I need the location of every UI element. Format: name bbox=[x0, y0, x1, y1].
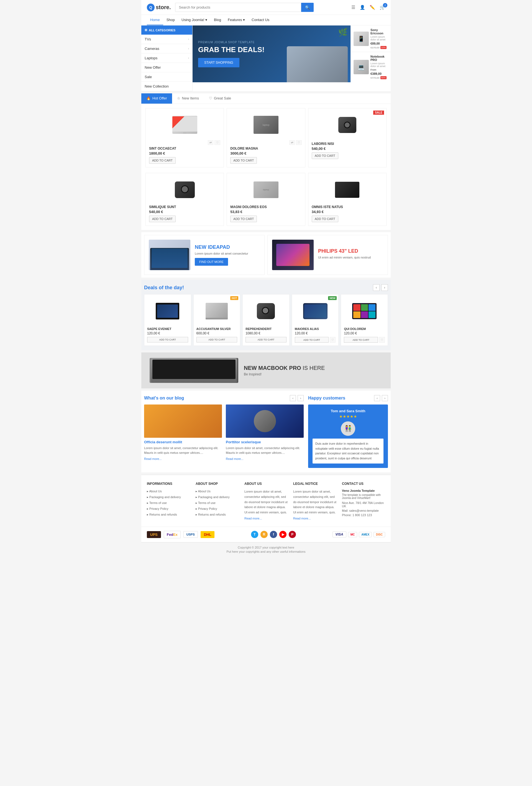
sidebar-item-laptops[interactable]: Laptops › bbox=[141, 53, 192, 63]
deal-4-fav-btn[interactable]: ♡ bbox=[330, 337, 336, 343]
product-1-wishlist-btn[interactable]: ♡ bbox=[214, 140, 220, 145]
customer-name: Tom and Sara Smith bbox=[313, 409, 384, 413]
deal-5-add-btn[interactable]: ADD TO CART bbox=[344, 337, 378, 343]
nav-features[interactable]: Features ▾ bbox=[225, 15, 248, 25]
deal-5-fav-btn[interactable]: ♡ bbox=[379, 337, 385, 343]
edit-icon[interactable]: ✏️ bbox=[370, 5, 375, 10]
hero-cta-button[interactable]: START SHOPPING bbox=[198, 58, 239, 67]
sidebar: ⊞ ALL CATEGORIES TVs › Cameras › Laptops… bbox=[141, 25, 192, 91]
sony-price-wrap: €89,00 €179,00 10% bbox=[370, 42, 388, 49]
product-6-add-cart[interactable]: ADD TO CART bbox=[312, 215, 338, 222]
deals-grid: SAEPE EVENIET 120,00 € ADD TO CART HOT A… bbox=[144, 294, 388, 346]
sony-old-price: €179,00 bbox=[370, 46, 379, 49]
pinterest-icon[interactable]: P bbox=[289, 531, 296, 538]
blog-post-2: Porttitor scelerisque Lorem ipsum dolor … bbox=[226, 404, 304, 461]
hit-badge: HOT bbox=[230, 296, 238, 300]
tab-new-items[interactable]: ☆ New Items bbox=[172, 93, 204, 103]
hot-offer-icon: 🔥 bbox=[146, 96, 151, 100]
main-nav: Home Shop Using Joomla! ▾ Blog Features … bbox=[141, 15, 391, 25]
product-2-compare-btn[interactable]: ⇄ bbox=[289, 140, 295, 145]
blog-post-1-img bbox=[144, 404, 222, 438]
twitter-icon[interactable]: T bbox=[251, 531, 258, 538]
macbook-text: NEW MACBOOK PRO IS HERE Be Inspired! bbox=[244, 365, 325, 376]
facebook-icon[interactable]: f bbox=[270, 531, 277, 538]
deals-next-btn[interactable]: › bbox=[381, 284, 388, 291]
blog-prev-btn[interactable]: ‹ bbox=[290, 395, 296, 401]
deals-prev-btn[interactable]: ‹ bbox=[373, 284, 379, 291]
deal-5-actions: ADD TO CART ♡ bbox=[344, 337, 385, 343]
promo-2-img bbox=[272, 240, 314, 270]
footer-shop-aboutus[interactable]: ▸ About Us bbox=[195, 489, 211, 493]
product-card-1: ⇄ ♡ SINT OCCAECAT 1800,00 € ADD TO CART bbox=[145, 108, 224, 167]
blog-post-1-read-more[interactable]: Read more... bbox=[144, 457, 162, 460]
blog-post-2-read-more[interactable]: Read more... bbox=[226, 457, 244, 460]
nav-home[interactable]: Home bbox=[147, 15, 163, 25]
footer-legal-readmore[interactable]: Read more... bbox=[293, 517, 337, 520]
tab-great-sale-label: Great Sale bbox=[214, 96, 231, 100]
promo-banners: NEW IDEAPAD Lorem ipsum dolor sit amet c… bbox=[141, 232, 391, 278]
deal-card-1: SAEPE EVENIET 120,00 € ADD TO CART bbox=[144, 294, 191, 346]
blog-nav: ‹ › bbox=[290, 395, 304, 401]
product-card-6: OMNIS ISTE NATUS 34,93 € ADD TO CART bbox=[308, 173, 387, 226]
product-5-add-cart[interactable]: ADD TO CART bbox=[230, 215, 257, 222]
footer-aboutus-readmore[interactable]: Read more... bbox=[245, 517, 287, 520]
product-1-add-cart[interactable]: ADD TO CART bbox=[149, 157, 176, 164]
footer-shop-privacy[interactable]: ▸ Privacy Policy bbox=[195, 507, 217, 510]
footer-info-privacy[interactable]: ▸ Privacy Policy bbox=[147, 507, 168, 510]
nav-joomla[interactable]: Using Joomla! ▾ bbox=[178, 15, 211, 25]
youtube-icon[interactable]: ▶ bbox=[279, 531, 286, 538]
footer-info-aboutus[interactable]: ▸ About Us bbox=[147, 489, 162, 493]
deal-2-add-btn[interactable]: ADD TO CART bbox=[196, 337, 237, 343]
nav-contact[interactable]: Contact Us bbox=[248, 15, 273, 25]
product-2-wishlist-btn[interactable]: ♡ bbox=[296, 140, 302, 145]
footer-shop-returns[interactable]: ▸ Returns and refunds bbox=[195, 513, 226, 516]
search-button[interactable]: 🔍 bbox=[301, 3, 314, 12]
blog-post-1-desc: Lorem ipsum dolor sit amet, consectetur … bbox=[144, 446, 222, 455]
sidebar-item-newcollection[interactable]: New Collection bbox=[141, 82, 192, 91]
macbook-subtitle: Be Inspired! bbox=[244, 372, 325, 376]
header: Q store. 🔍 ☰ 👤 ✏️ 🛒 2 bbox=[141, 0, 391, 15]
deal-1-name: SAEPE EVENIET bbox=[147, 327, 188, 330]
deal-4-add-btn[interactable]: ADD TO CART bbox=[295, 337, 329, 343]
footer-info-packaging[interactable]: ▸ Packaging and delivery bbox=[147, 495, 181, 499]
blog-next-btn[interactable]: › bbox=[298, 395, 304, 401]
product-4-add-cart[interactable]: ADD TO CART bbox=[149, 215, 176, 222]
footer-shop-packaging[interactable]: ▸ Packaging and delivery bbox=[195, 495, 230, 499]
nav-blog[interactable]: Blog bbox=[211, 15, 225, 25]
footer-info-returns[interactable]: ▸ Returns and refunds bbox=[147, 513, 177, 516]
deal-card-4: NEW MAIORES ALIAS 120,00 € ADD TO CART ♡ bbox=[292, 294, 339, 346]
deal-2-actions: ADD TO CART bbox=[196, 337, 237, 343]
deal-2-price: 600,00 € bbox=[196, 331, 237, 335]
customers-next-btn[interactable]: › bbox=[382, 395, 388, 401]
cart-icon[interactable]: 🛒 2 bbox=[379, 5, 385, 10]
customers-nav: ‹ › bbox=[374, 395, 388, 401]
menu-icon[interactable]: ☰ bbox=[351, 5, 355, 10]
product-2-add-cart[interactable]: ADD TO CART bbox=[230, 157, 257, 164]
logo[interactable]: Q store. bbox=[147, 4, 171, 11]
product-3-name: LABORIS NISI bbox=[312, 142, 383, 146]
customers-prev-btn[interactable]: ‹ bbox=[374, 395, 380, 401]
sidebar-item-sale[interactable]: Sale bbox=[141, 72, 192, 82]
tab-great-sale[interactable]: ♡ Great Sale bbox=[204, 93, 236, 103]
tab-hot-offer[interactable]: 🔥 Hot Offer bbox=[141, 93, 172, 103]
customer-avatar: 👫 bbox=[341, 421, 355, 436]
deal-card-3: REPREHENDERIT 1080,00 € ADD TO CART bbox=[242, 294, 290, 346]
footer-aboutus-title: ABOUT US bbox=[245, 482, 287, 486]
promo-1-btn[interactable]: FIND OUT MORE bbox=[195, 258, 228, 266]
user-icon[interactable]: 👤 bbox=[360, 5, 365, 10]
customer-text: Duis aute irure dolor in reprehenderit i… bbox=[313, 439, 384, 463]
search-input[interactable] bbox=[175, 3, 301, 12]
rss-icon[interactable]: R bbox=[260, 531, 268, 538]
deal-2-name: ACCUSANTIUM SILVER bbox=[196, 327, 237, 330]
deal-1-add-btn[interactable]: ADD TO CART bbox=[147, 337, 188, 343]
payment-logos: VISA MC AMEX DISC bbox=[332, 531, 385, 537]
sidebar-item-tvs[interactable]: TVs › bbox=[141, 34, 192, 44]
footer-shop-terms[interactable]: ▸ Terms of use bbox=[195, 501, 215, 505]
deal-3-add-btn[interactable]: ADD TO CART bbox=[246, 337, 286, 343]
nav-shop[interactable]: Shop bbox=[163, 15, 178, 25]
sidebar-item-cameras[interactable]: Cameras › bbox=[141, 44, 192, 53]
footer-info-terms[interactable]: ▸ Terms of use bbox=[147, 501, 167, 505]
product-3-add-cart[interactable]: ADD TO CART bbox=[312, 153, 338, 159]
sidebar-item-newoffer[interactable]: New Offer bbox=[141, 63, 192, 72]
product-1-compare-btn[interactable]: ⇄ bbox=[208, 140, 213, 145]
